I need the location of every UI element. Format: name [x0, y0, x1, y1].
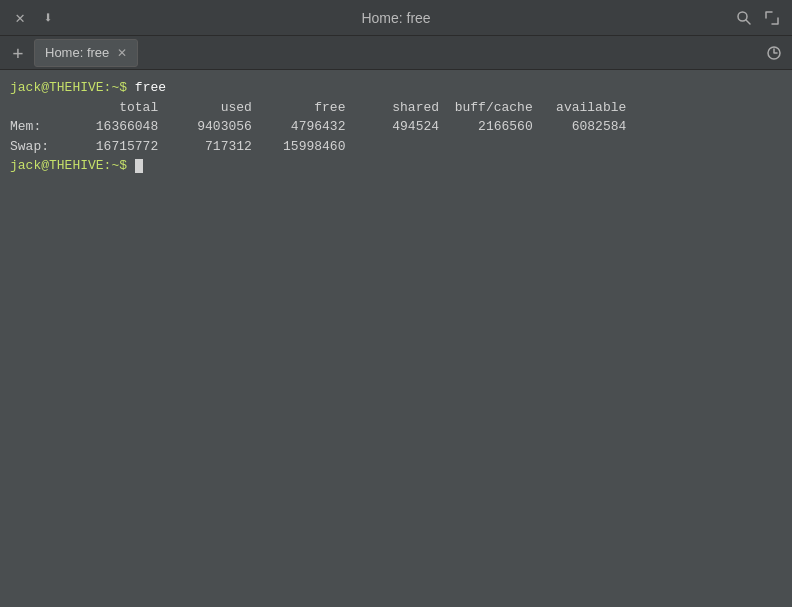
- title-bar: ✕ ⬇ Home: free: [0, 0, 792, 36]
- title-bar-right: [734, 8, 782, 28]
- title-bar-left: ✕ ⬇: [10, 8, 58, 28]
- expand-icon[interactable]: [762, 8, 782, 28]
- tab-home-free[interactable]: Home: free ✕: [34, 39, 138, 67]
- command-1: free: [135, 80, 166, 95]
- svg-line-1: [746, 20, 750, 24]
- cursor: [135, 159, 143, 173]
- window-title: Home: free: [361, 10, 430, 26]
- prompt-2: jack@THEHIVE:~$: [10, 158, 135, 173]
- output-swap: Swap: 16715772 717312 15998460: [10, 137, 782, 157]
- tab-close-button[interactable]: ✕: [117, 46, 127, 60]
- tab-label: Home: free: [45, 45, 109, 60]
- output-mem: Mem: 16366048 9403056 4796432 494524 216…: [10, 117, 782, 137]
- tab-history-button[interactable]: [760, 39, 788, 67]
- minimize-icon[interactable]: ⬇: [38, 8, 58, 28]
- output-header: total used free shared buff/cache availa…: [10, 98, 782, 118]
- command-line-1: jack@THEHIVE:~$ free: [10, 78, 782, 98]
- close-icon[interactable]: ✕: [10, 8, 30, 28]
- new-tab-button[interactable]: +: [4, 39, 32, 67]
- prompt-1: jack@THEHIVE:~$: [10, 80, 135, 95]
- search-icon[interactable]: [734, 8, 754, 28]
- tab-bar: + Home: free ✕: [0, 36, 792, 70]
- command-line-2: jack@THEHIVE:~$: [10, 156, 782, 176]
- terminal-output[interactable]: jack@THEHIVE:~$ free total used free sha…: [0, 70, 792, 607]
